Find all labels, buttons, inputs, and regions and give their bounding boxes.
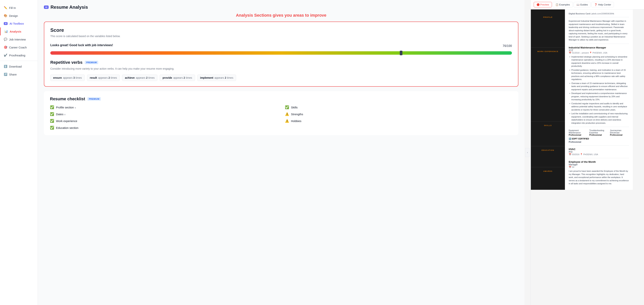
sidebar-item-download[interactable]: ⬇️ Download xyxy=(0,62,38,70)
checklist-item-left: ✅Work experience xyxy=(50,119,277,123)
tab-examples[interactable]: 📋 Examples xyxy=(552,2,573,8)
checklist-item-right: ⚠️Strengths xyxy=(285,112,512,116)
repetitive-verbs-title: Repetitive verbs xyxy=(50,60,82,65)
checklist-premium-badge: PREMIUM xyxy=(88,97,101,101)
right-panel-wrapper: 🔴 Preview 📋 Examples 📖 Guides ❓ Help Cen… xyxy=(530,0,644,305)
sidebar-item-job-interview[interactable]: 💬 Job Interview xyxy=(0,36,38,43)
top-nav: 🔴 Preview 📋 Examples 📖 Guides ❓ Help Cen… xyxy=(531,0,644,10)
resume-meta: 📅 01/2018 – present 📍 PHOENIX, USA xyxy=(569,52,629,54)
score-card: Score This score is calculated based on … xyxy=(44,22,518,87)
analysis-icon: 📊 xyxy=(4,30,8,33)
resume-awards-label: AWARDS xyxy=(531,167,565,174)
sidebar-item-analysis[interactable]: 📊 Analysis xyxy=(0,28,38,36)
award-role: Manager xyxy=(569,163,629,166)
sidebar-item-career-coach[interactable]: 🎯 Career Coach xyxy=(0,43,38,51)
resume-bullet: Oversaw a team of 15 maintenance technic… xyxy=(569,82,629,91)
skill-item: Equipment MaintenanceProfessional xyxy=(569,129,588,136)
score-bar-thumb xyxy=(400,51,402,55)
tab-help-center[interactable]: ❓ Help Center xyxy=(592,2,614,8)
award-title: Employee of the Month xyxy=(569,160,629,163)
design-icon: 🎨 xyxy=(4,14,7,18)
tab-guides[interactable]: 📖 Guides xyxy=(574,2,591,8)
score-message: Looks great! Good luck with job intervie… xyxy=(50,44,113,47)
skill-item: Troubleshooting ExpertiseProfessional xyxy=(589,129,608,136)
resume-work-label: WORK EXPERIENCE xyxy=(531,47,565,54)
verb-grid: ensureappears 3 timesresultappears 2 tim… xyxy=(50,74,512,81)
resume-education-label: EDUCATION xyxy=(531,146,565,153)
checklist-item-left: ✅Profile section ∨ xyxy=(50,105,277,109)
resume-bullet: Implemented strategic planning and sched… xyxy=(569,55,629,68)
edu-meta: 📅 03/2016 📍 PHOENIX, USA xyxy=(569,153,629,156)
cert-row: ℹ️ EDPT CERTIFIED xyxy=(569,138,629,140)
score-row: Looks great! Good luck with job intervie… xyxy=(50,42,512,48)
ai-badge: AI xyxy=(4,22,8,25)
cert-level: Professional xyxy=(569,141,629,143)
digital-card-row: Digital Business Card: jakeb.com/2098590… xyxy=(569,12,629,15)
repetitive-verbs-desc: Consider introducing more variety to you… xyxy=(50,67,512,71)
edu-school: RSI xyxy=(569,150,629,153)
resume-bullet: Led the installation and commissioning o… xyxy=(569,112,629,124)
checklist-title: Resume checklist xyxy=(50,96,85,102)
resume-bullet: Conducted regular inspections and audits… xyxy=(569,102,629,112)
verb-item: ensureappears 3 times xyxy=(50,74,85,81)
ai-title-badge: AI xyxy=(44,6,48,9)
checklist-item-right xyxy=(285,126,512,130)
resume-bullet: Provided guidance, training, and motivat… xyxy=(569,68,629,81)
repetitive-verbs-header: Repetitive verbs PREMIUM xyxy=(50,60,512,65)
score-bar xyxy=(50,51,512,55)
page-title-row: AI Resume Analysis xyxy=(44,4,518,10)
main-content: AI Resume Analysis Analysis Sections giv… xyxy=(38,0,524,305)
sidebar-divider xyxy=(0,61,38,61)
resume-profile-label: PROFILE xyxy=(531,13,565,20)
verb-item: provideappears 2 times xyxy=(160,74,195,81)
premium-badge: PREMIUM xyxy=(85,61,98,64)
skill-item: Journeyman ElectricianProfessional xyxy=(610,129,629,136)
sidebar-item-design[interactable]: 🎨 Design xyxy=(0,12,38,20)
resume-left-column: PROFILE WORK EXPERIENCE SKILLS EDUCATION… xyxy=(531,10,565,190)
analysis-banner: Analysis Sections gives you areas to imp… xyxy=(44,13,518,18)
award-date: 📅 04 xyxy=(569,166,629,168)
checklist-item-left: ✅Education section xyxy=(50,126,277,130)
checklist-title-row: Resume checklist PREMIUM xyxy=(50,96,512,102)
collapse-panel-button[interactable]: ‹ xyxy=(525,148,530,157)
sidebar-item-share[interactable]: ↗️ Share xyxy=(0,70,38,78)
sidebar-item-fill-in[interactable]: ✏️ Fill In xyxy=(0,4,38,12)
edu-degree: HVAC xyxy=(569,148,629,150)
skills-grid: Equipment MaintenanceProfessionalTrouble… xyxy=(569,129,629,136)
proofreading-icon: ✔️ xyxy=(4,54,7,57)
checklist-grid: ✅Profile section ∨✅Skills✅Dates ∨⚠️Stren… xyxy=(50,105,512,130)
resume-skills-label: SKILLS xyxy=(531,121,565,128)
checklist-item-left: ✅Dates ∨ xyxy=(50,112,277,116)
job-interview-icon: 💬 xyxy=(4,38,7,41)
sidebar-item-ai-toolbox[interactable]: AI AI Toolbox xyxy=(0,20,38,28)
score-title: Score xyxy=(50,27,512,33)
score-value: 76/100 xyxy=(503,42,512,48)
sidebar: ✏️ Fill In 🎨 Design AI AI Toolbox 📊 Anal… xyxy=(0,0,38,305)
share-icon: ↗️ xyxy=(4,73,7,76)
checklist-item-right: ✅Skills xyxy=(285,105,512,109)
sidebar-item-proofreading[interactable]: ✔️ Proofreading xyxy=(0,51,38,59)
resume-company: XYZ xyxy=(569,49,629,52)
verb-item: achieveappears 2 times xyxy=(122,74,158,81)
tab-preview[interactable]: 🔴 Preview xyxy=(534,2,552,8)
resume-right-column: Digital Business Card: jakeb.com/2098590… xyxy=(565,10,633,190)
score-subtitle: This score is calculated based on the va… xyxy=(50,34,512,38)
checklist-card: Resume checklist PREMIUM ✅Profile sectio… xyxy=(44,91,518,135)
career-coach-icon: 🎯 xyxy=(4,46,7,49)
resume-job-title: Industrial Maintenance Manager xyxy=(569,46,629,49)
resume-bullets: Implemented strategic planning and sched… xyxy=(569,55,629,125)
edit-icon: ✏️ xyxy=(4,6,7,10)
page-title: Resume Analysis xyxy=(50,4,88,10)
checklist-item-right: ⚠️Hobbies xyxy=(285,119,512,123)
verb-item: resultappears 2 times xyxy=(87,74,120,81)
resume-bullet: Developed and implemented a comprehensiv… xyxy=(569,92,629,101)
download-icon: ⬇️ xyxy=(4,65,7,68)
award-text: I am proud to have been awarded the Empl… xyxy=(569,170,629,185)
resume-panel: PROFILE WORK EXPERIENCE SKILLS EDUCATION… xyxy=(531,10,633,190)
verb-item: implementappears 2 times xyxy=(197,74,236,81)
resume-profile-text: Experienced Industrial Maintenance Manag… xyxy=(569,20,629,42)
